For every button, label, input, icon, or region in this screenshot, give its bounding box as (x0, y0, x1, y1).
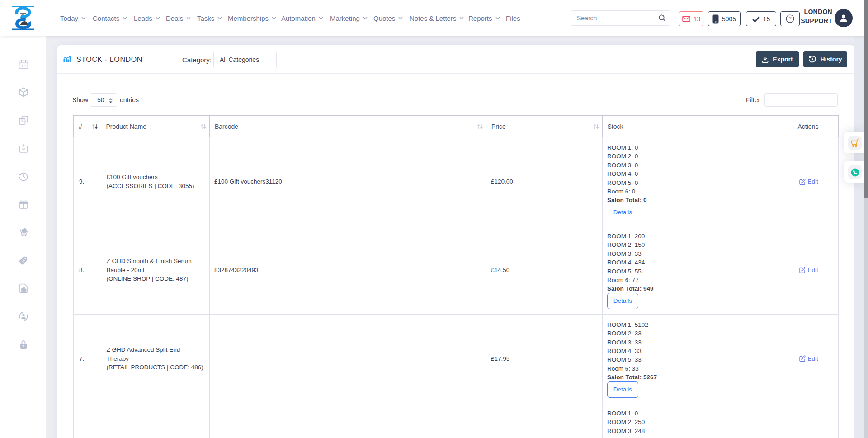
svg-text:12: 12 (21, 64, 26, 68)
